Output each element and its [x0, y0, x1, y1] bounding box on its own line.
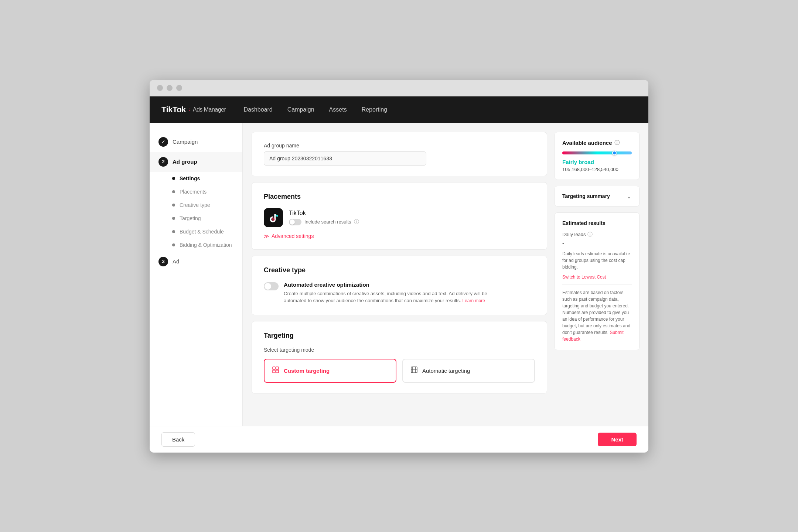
creative-type-title: Creative type — [264, 266, 535, 274]
traffic-light-maximize[interactable] — [176, 85, 182, 91]
sidebar-label-targeting: Targeting — [180, 215, 201, 221]
audience-info-icon[interactable]: ⓘ — [614, 140, 620, 146]
svg-rect-1 — [276, 367, 279, 369]
daily-leads-note: Daily leads estimate is unavailable for … — [562, 250, 632, 270]
content-area: Ad group name Placements — [243, 123, 648, 426]
include-search-info-icon[interactable]: ⓘ — [354, 219, 359, 225]
sidebar-item-creative-type[interactable]: Creative type — [150, 198, 242, 212]
select-targeting-mode-label: Select targeting mode — [264, 347, 535, 353]
include-search-toggle[interactable] — [289, 219, 301, 225]
audience-breadth-label: Fairly broad — [562, 159, 632, 165]
main-content: Ad group name Placements — [252, 132, 547, 417]
settings-bullet — [172, 177, 175, 180]
logo-tiktok-text: TikTok — [161, 105, 186, 115]
creative-type-card: Creative type Automated creative optimiz… — [252, 256, 547, 315]
automatic-targeting-label: Automatic targeting — [422, 368, 470, 374]
toggle-description: Create multiple combinations of creative… — [284, 290, 505, 304]
ad-group-name-input[interactable] — [264, 151, 426, 166]
browser-chrome — [150, 80, 648, 96]
audience-breadth-bar — [562, 151, 632, 154]
traffic-light-close[interactable] — [157, 85, 163, 91]
ad-step-icon: 3 — [158, 257, 168, 266]
top-nav: TikTok: Ads Manager Dashboard Campaign A… — [150, 96, 648, 123]
browser-window: TikTok: Ads Manager Dashboard Campaign A… — [150, 80, 648, 453]
estimated-results-card: Estimated results Daily leads ⓘ - Daily … — [555, 212, 640, 350]
logo-dot: : — [189, 108, 190, 112]
chevron-down-small-icon: ≫ — [264, 233, 269, 239]
tiktok-placement-name: TikTok — [289, 210, 359, 216]
budget-schedule-bullet — [172, 230, 175, 233]
toggle-row: Automated creative optimization Create m… — [264, 282, 535, 304]
placements-card: Placements TikTok — [252, 182, 547, 250]
nav-campaign[interactable]: Campaign — [287, 106, 314, 113]
sidebar: ✓ Campaign 2 Ad group Settings Placement… — [150, 123, 243, 426]
toggle-label: Automated creative optimization — [284, 282, 505, 288]
toggle-knob — [290, 219, 295, 225]
sidebar-item-targeting[interactable]: Targeting — [150, 212, 242, 225]
divider — [562, 284, 632, 285]
targeting-summary-title: Targeting summary — [562, 193, 610, 199]
nav-dashboard[interactable]: Dashboard — [243, 106, 272, 113]
logo: TikTok: Ads Manager — [161, 105, 226, 115]
automatic-targeting-icon — [410, 366, 418, 375]
placements-bullet — [172, 190, 175, 193]
svg-rect-2 — [273, 370, 275, 373]
sidebar-item-settings[interactable]: Settings — [150, 172, 242, 185]
sidebar-label-creative-type: Creative type — [180, 202, 210, 208]
logo-subtitle: Ads Manager — [193, 106, 226, 113]
sidebar-label-ad-group: Ad group — [173, 158, 197, 165]
sidebar-item-bidding-optimization[interactable]: Bidding & Optimization — [150, 238, 242, 252]
custom-targeting-icon — [272, 366, 279, 375]
audience-range: 105,168,000–128,540,000 — [562, 167, 632, 172]
sidebar-label-settings: Settings — [180, 175, 200, 181]
tiktok-placement-info: TikTok Include search results ⓘ — [289, 210, 359, 225]
advanced-settings-label: Advanced settings — [272, 233, 314, 239]
tiktok-icon — [264, 208, 283, 227]
automated-creative-toggle[interactable] — [264, 282, 279, 290]
bidding-optimization-bullet — [172, 243, 175, 246]
traffic-light-minimize[interactable] — [167, 85, 173, 91]
sidebar-item-campaign[interactable]: ✓ Campaign — [150, 132, 242, 152]
sidebar-label-campaign: Campaign — [173, 139, 198, 145]
daily-leads-info-icon[interactable]: ⓘ — [587, 231, 593, 238]
svg-rect-3 — [276, 370, 279, 373]
nav-links: Dashboard Campaign Assets Reporting — [243, 106, 387, 113]
disclaimer-text: Estimates are based on factors such as p… — [562, 289, 632, 342]
available-audience-title: Available audience ⓘ — [562, 140, 632, 146]
available-audience-card: Available audience ⓘ Fairly broad 105,16… — [555, 132, 640, 180]
automatic-targeting-option[interactable]: Automatic targeting — [402, 359, 535, 383]
toggle-large-knob — [265, 283, 271, 290]
sidebar-item-ad-group[interactable]: 2 Ad group — [150, 152, 242, 172]
sidebar-label-ad: Ad — [173, 258, 179, 265]
include-search-row: Include search results ⓘ — [289, 219, 359, 225]
sidebar-label-budget-schedule: Budget & Schedule — [180, 229, 224, 235]
daily-leads-label: Daily leads ⓘ — [562, 231, 632, 238]
include-search-label: Include search results — [304, 219, 351, 225]
sidebar-label-bidding-optimization: Bidding & Optimization — [180, 242, 232, 248]
svg-rect-0 — [273, 367, 275, 369]
estimated-results-title: Estimated results — [562, 220, 632, 226]
sidebar-label-placements: Placements — [180, 189, 207, 195]
targeting-card: Targeting Select targeting mode — [252, 321, 547, 393]
nav-assets[interactable]: Assets — [329, 106, 347, 113]
advanced-settings-link[interactable]: ≫ Advanced settings — [264, 233, 535, 239]
back-button[interactable]: Back — [161, 432, 195, 447]
creative-type-bullet — [172, 204, 175, 207]
sidebar-item-placements[interactable]: Placements — [150, 185, 242, 198]
next-button[interactable]: Next — [598, 433, 637, 446]
targeting-summary-card[interactable]: Targeting summary ⌄ — [555, 186, 640, 207]
sidebar-item-budget-schedule[interactable]: Budget & Schedule — [150, 225, 242, 238]
targeting-bullet — [172, 217, 175, 220]
placements-title: Placements — [264, 193, 535, 201]
ad-group-name-card: Ad group name — [252, 132, 547, 176]
learn-more-link[interactable]: Learn more — [462, 298, 485, 303]
targeting-mode: Custom targeting — [264, 359, 535, 383]
switch-lowest-cost-link[interactable]: Switch to Lowest Cost — [562, 274, 606, 280]
custom-targeting-option[interactable]: Custom targeting — [264, 359, 396, 383]
right-panel: Available audience ⓘ Fairly broad 105,16… — [555, 132, 640, 417]
custom-targeting-label: Custom targeting — [284, 368, 330, 374]
nav-reporting[interactable]: Reporting — [362, 106, 387, 113]
bottom-bar: Back Next — [150, 426, 648, 453]
chevron-down-icon: ⌄ — [626, 192, 632, 200]
sidebar-item-ad[interactable]: 3 Ad — [150, 252, 242, 272]
